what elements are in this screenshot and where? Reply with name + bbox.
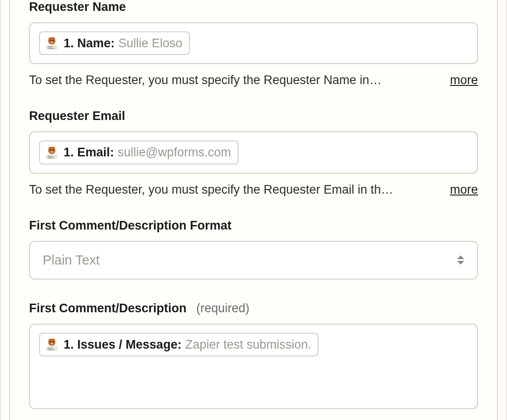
description-required: (required) (196, 301, 249, 315)
requester-name-tag[interactable]: 1. Name: Sullie Eloso (39, 31, 190, 55)
svg-point-4 (53, 40, 54, 41)
requester-email-more-link[interactable]: more (450, 183, 478, 197)
svg-point-22 (53, 341, 54, 343)
svg-point-3 (50, 40, 51, 41)
requester-name-input[interactable]: 1. Name: Sullie Eloso (29, 22, 478, 64)
svg-point-10 (49, 147, 51, 150)
description-label: First Comment/Description (required) (29, 301, 478, 315)
tag-value: Sullie Eloso (119, 36, 183, 50)
svg-point-20 (52, 339, 55, 341)
requester-name-label: Requester Name (29, 0, 478, 14)
select-caret-icon (457, 255, 464, 265)
svg-point-13 (53, 149, 54, 150)
wpforms-icon (45, 145, 59, 160)
requester-name-help: To set the Requester, you must specify t… (29, 73, 437, 87)
svg-rect-6 (46, 45, 57, 50)
svg-point-1 (49, 37, 51, 40)
wpforms-icon (45, 337, 59, 352)
requester-name-help-row: To set the Requester, you must specify t… (29, 73, 478, 87)
field-requester-name: Requester Name (29, 0, 478, 87)
svg-point-5 (51, 42, 53, 43)
requester-name-more-link[interactable]: more (450, 73, 478, 87)
svg-rect-7 (48, 46, 52, 47)
svg-point-23 (51, 343, 53, 344)
tag-label: 1. Email: (64, 145, 114, 160)
requester-email-label: Requester Email (29, 109, 478, 123)
requester-email-help: To set the Requester, you must specify t… (29, 183, 437, 197)
svg-rect-25 (48, 348, 52, 349)
format-select[interactable]: Plain Text (29, 241, 478, 280)
form-panel: Requester Name (9, 0, 498, 420)
svg-point-11 (52, 147, 55, 150)
description-tag[interactable]: 1. Issues / Message: Zapier test submiss… (39, 333, 318, 356)
tag-label: 1. Name: (64, 36, 115, 50)
field-requester-email: Requester Email (29, 109, 478, 196)
description-label-text: First Comment/Description (29, 301, 187, 315)
svg-rect-16 (48, 156, 52, 157)
requester-email-input[interactable]: 1. Email: sullie@wpforms.com (29, 131, 478, 173)
requester-email-tag[interactable]: 1. Email: sullie@wpforms.com (39, 140, 239, 164)
svg-point-19 (49, 339, 51, 341)
svg-rect-8 (48, 48, 54, 49)
svg-point-21 (50, 341, 51, 343)
requester-email-help-row: To set the Requester, you must specify t… (29, 183, 478, 197)
field-description-format: First Comment/Description Format Plain T… (29, 219, 478, 280)
svg-point-12 (50, 149, 51, 150)
svg-rect-17 (48, 157, 54, 158)
field-description: First Comment/Description (required) (29, 301, 478, 409)
format-label: First Comment/Description Format (29, 219, 478, 233)
svg-point-2 (52, 37, 55, 40)
description-input[interactable]: 1. Issues / Message: Zapier test submiss… (29, 324, 478, 409)
app-frame: Requester Name (0, 0, 507, 420)
svg-rect-26 (48, 349, 54, 350)
tag-value: Zapier test submission. (185, 337, 312, 352)
svg-rect-24 (46, 346, 57, 351)
format-selected-value: Plain Text (43, 253, 99, 268)
tag-label: 1. Issues / Message: (64, 337, 182, 352)
svg-rect-15 (46, 155, 57, 159)
tag-value: sullie@wpforms.com (118, 145, 231, 160)
wpforms-icon (45, 36, 59, 50)
svg-point-14 (51, 151, 53, 152)
